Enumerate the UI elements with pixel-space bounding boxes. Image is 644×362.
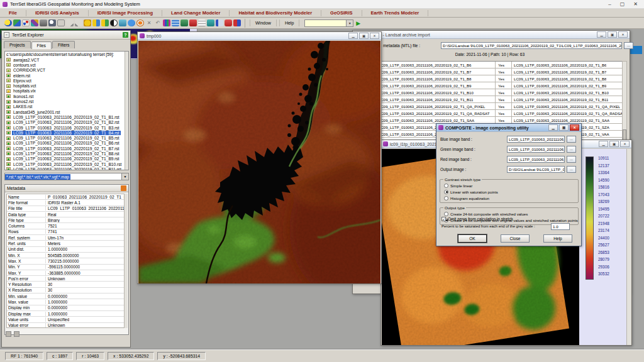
minimize-button[interactable]: –: [608, 1, 611, 7]
satellite-image[interactable]: [138, 41, 380, 283]
file-list-item[interactable]: LC09_L1TP_010063_20211106_20220119_02_T1…: [5, 167, 128, 170]
globe-icon[interactable]: [128, 19, 135, 26]
menu-item[interactable]: Land Change Modeler: [162, 10, 230, 16]
maximize-button[interactable]: ▣: [609, 141, 619, 147]
file-list-item[interactable]: CORRIDOR.VCT: [5, 68, 128, 73]
band-table-row[interactable]: LC09_L1TP_010063_20211106_20220119_02_T1…: [377, 110, 623, 117]
import-window-titlebar[interactable]: LANDSAT - Landsat archive import ▁ ▣ ✕: [353, 31, 630, 39]
dialog-button[interactable]: OK: [458, 234, 487, 243]
file-list-item[interactable]: LC09_L1TP_010063_20211106_20220119_02_T1…: [5, 135, 128, 140]
contrast-icon[interactable]: [110, 19, 118, 26]
omit-zeros-row[interactable]: ✓ Omit zeros from calculation in stretch: [441, 217, 513, 221]
checkbox-icon[interactable]: ✓: [441, 217, 446, 221]
minimize-button[interactable]: ▁: [548, 124, 558, 131]
display-icon[interactable]: [4, 19, 12, 26]
close-button[interactable]: ✕: [570, 124, 579, 131]
shortcut-combo[interactable]: ▼: [304, 19, 353, 27]
file-list-item[interactable]: LC09_L1TP_010063_20211106_20220119_02_T1…: [5, 120, 128, 125]
collection-icon[interactable]: [31, 19, 38, 26]
menu-item[interactable]: IDRISI Image Processing: [89, 10, 162, 16]
browse-button[interactable]: ...: [567, 166, 576, 173]
band-table-row[interactable]: LC09_L1TP_010063_20211106_20220119_02_T1…: [377, 89, 623, 96]
close-button[interactable]: ✕: [633, 1, 638, 7]
composite-titlebar[interactable]: COMPOSITE - image compositing utility ▁ …: [436, 124, 581, 132]
minimize-button[interactable]: ▁: [597, 31, 606, 38]
band-table-row[interactable]: LC09_L1TP_010063_20211106_20220119_02_T1…: [377, 75, 623, 82]
file-list-item[interactable]: Ikonos2.rst: [5, 99, 128, 104]
radio-icon[interactable]: [444, 212, 448, 216]
mtl-file-input[interactable]: D:\SIG\Landsat 9\LC09_L1TP_010063_202111…: [441, 42, 622, 49]
output-image-input[interactable]: D:\SIG\Landsat 9\LC09_L1TP_010: [507, 166, 565, 173]
maximize-button[interactable]: ▣: [608, 31, 617, 38]
file-list-item[interactable]: hospitals.vlx: [5, 89, 128, 94]
file-list-item[interactable]: LC09_L1TP_010063_20211106_20220119_02_T1…: [5, 162, 128, 167]
tmp000-titlebar[interactable]: tmp000 ▁ ▣ ✕: [138, 32, 381, 40]
file-list-scrollbar[interactable]: [125, 52, 128, 170]
dialog-button[interactable]: Help: [543, 234, 572, 243]
browse-button[interactable]: ...: [567, 156, 576, 163]
band-table-row[interactable]: LC09_L1TP_010063_20211106_20220119_02_T1…: [377, 62, 623, 69]
maximize-button[interactable]: ▣: [359, 33, 369, 39]
shape-icon[interactable]: [225, 19, 232, 26]
explorer-tab[interactable]: Filters: [52, 41, 75, 48]
map-layers-icon[interactable]: [13, 19, 21, 26]
close-button[interactable]: ✕: [370, 33, 379, 39]
radio-option[interactable]: Linear with saturation points: [440, 189, 578, 195]
browse-button[interactable]: ...: [567, 136, 576, 143]
chart-icon[interactable]: [216, 19, 223, 26]
help-icon[interactable]: ?: [123, 32, 128, 38]
file-list-item[interactable]: LC09_L1TP_010063_20211106_20220119_02_T1…: [5, 146, 128, 151]
metadata-close-icon[interactable]: [121, 185, 126, 191]
file-list-item[interactable]: Ikonos1.rst: [5, 94, 128, 99]
menu-item[interactable]: GeOSIRIS: [321, 10, 362, 16]
file-list-item[interactable]: LC09_L1TP_010063_20211106_20220119_02_T1…: [5, 156, 128, 162]
browse-button[interactable]: ...: [624, 42, 633, 49]
file-list-item[interactable]: LC09_L1TP_010063_20211106_20220119_02_T1…: [5, 141, 128, 146]
undo-icon[interactable]: ↶: [154, 19, 162, 26]
module-a-icon[interactable]: [92, 19, 100, 26]
file-list-item[interactable]: Etprov.vct: [5, 78, 128, 83]
file-list-item[interactable]: LC09_L1TP_010063_20211106_20220119_02_T1…: [5, 114, 128, 119]
menu-item[interactable]: IDRISI GIS Analysis: [26, 10, 89, 16]
radio-icon[interactable]: [444, 190, 448, 194]
file-list-item[interactable]: hospitals.vct: [5, 83, 128, 88]
help-menu-button[interactable]: Help: [279, 19, 299, 26]
metadata-scrollbar[interactable]: [124, 194, 128, 328]
explorer-tab[interactable]: Projects: [4, 41, 31, 48]
metadata-action-button-1[interactable]: [6, 331, 11, 337]
menu-item[interactable]: File: [0, 10, 26, 16]
band-table-row[interactable]: LC09_L1TP_010063_20211106_20220119_02_T1…: [377, 69, 623, 75]
media-viewer-icon[interactable]: [189, 19, 197, 26]
maximize-button[interactable]: ▣: [559, 124, 569, 131]
file-list-item[interactable]: LC09_L1TP_010063_20211106_20220119_02_T1…: [5, 125, 128, 130]
chevron-down-icon[interactable]: ▼: [121, 173, 128, 180]
close-button[interactable]: ✕: [618, 31, 628, 38]
chevron-down-icon[interactable]: ▼: [346, 20, 353, 26]
menu-item[interactable]: Habitat and Biodiversity Modeler: [230, 10, 321, 16]
minimize-button[interactable]: ▁: [348, 33, 358, 39]
maximize-button[interactable]: ▢: [620, 1, 625, 7]
file-list-item[interactable]: LC09_L1TP_010063_20211106_20220119_02_T1…: [5, 151, 128, 156]
dialog-button[interactable]: Close: [501, 234, 530, 243]
file-list-item[interactable]: eldem.rst: [5, 73, 128, 78]
window-menu-button[interactable]: Window: [250, 19, 277, 26]
menu-item[interactable]: Earth Trends Modeler: [362, 10, 429, 16]
surface-icon[interactable]: [172, 19, 179, 26]
red-band-input[interactable]: LC09_L1TP_010063_20211106_202: [507, 156, 565, 163]
band-table-row[interactable]: LC09_L1TP_010063_20211106_20220119_02_T1…: [377, 103, 623, 110]
minimize-button[interactable]: ▁: [599, 141, 608, 147]
symbol-workshop-icon[interactable]: [22, 19, 30, 26]
percent-input[interactable]: 1.0: [551, 223, 570, 230]
close-button[interactable]: ✕: [620, 141, 630, 147]
link-icon[interactable]: [233, 19, 241, 26]
radio-option[interactable]: Create 24-bit composite with stretched v…: [440, 211, 578, 217]
file-list-item[interactable]: awrajas2.VCT: [5, 57, 128, 62]
file-list-item[interactable]: LC09_L1TP_010063_20211106_20220119_02_T1…: [5, 130, 128, 135]
clear-icon[interactable]: ✕: [145, 19, 153, 26]
band-table-scrollbar[interactable]: [622, 61, 627, 146]
measure-angle-icon[interactable]: [75, 19, 82, 26]
file-list-item[interactable]: Landsat345_june2001.rst: [5, 109, 128, 114]
macro-modeler-icon[interactable]: [84, 19, 91, 26]
zoom-icon[interactable]: [48, 19, 56, 26]
run-icon[interactable]: ▶: [356, 20, 360, 26]
